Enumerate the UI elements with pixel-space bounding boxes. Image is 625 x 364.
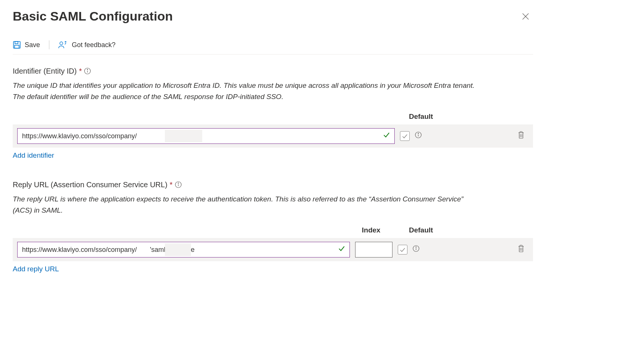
save-label: Save	[25, 40, 40, 50]
reply-url-input[interactable]	[17, 242, 350, 257]
add-reply-link[interactable]: Add reply URL	[13, 264, 59, 274]
svg-point-11	[418, 133, 419, 134]
info-icon[interactable]	[175, 181, 182, 188]
reply-default-checkbox[interactable]	[398, 245, 407, 255]
toolbar-divider	[49, 40, 49, 49]
feedback-label: Got feedback?	[72, 40, 116, 50]
check-icon	[399, 246, 406, 253]
add-identifier-link[interactable]: Add identifier	[13, 151, 54, 161]
reply-index-header: Index	[362, 225, 409, 235]
save-icon	[13, 41, 21, 49]
svg-point-5	[60, 42, 63, 45]
svg-rect-3	[15, 41, 18, 44]
valid-check-icon	[383, 131, 390, 141]
info-icon[interactable]	[84, 68, 91, 74]
svg-rect-4	[15, 45, 19, 48]
feedback-icon	[58, 41, 68, 49]
info-icon[interactable]	[413, 245, 419, 255]
close-icon	[522, 13, 529, 20]
required-indicator: *	[170, 179, 173, 190]
svg-point-8	[87, 69, 88, 70]
identifier-delete-button[interactable]	[517, 131, 525, 142]
identifier-input[interactable]	[17, 128, 395, 144]
identifier-label: Identifier (Entity ID)	[13, 66, 77, 76]
reply-label: Reply URL (Assertion Consumer Service UR…	[13, 179, 167, 190]
svg-point-17	[416, 247, 416, 247]
identifier-default-checkbox[interactable]	[400, 131, 410, 141]
feedback-button[interactable]: Got feedback?	[58, 40, 116, 50]
identifier-row	[13, 124, 533, 148]
identifier-default-header: Default	[409, 112, 439, 122]
check-icon	[401, 133, 408, 139]
trash-icon	[517, 131, 525, 139]
trash-icon	[517, 244, 525, 253]
identifier-description: The unique ID that identifies your appli…	[13, 80, 480, 103]
info-icon[interactable]	[415, 132, 422, 141]
reply-row	[13, 238, 533, 261]
identifier-section: Identifier (Entity ID) * The unique ID t…	[13, 66, 533, 161]
close-button[interactable]	[522, 13, 529, 20]
reply-index-input[interactable]	[355, 242, 392, 257]
required-indicator: *	[79, 66, 82, 76]
svg-point-14	[178, 183, 179, 183]
reply-default-header: Default	[409, 225, 439, 235]
save-button[interactable]: Save	[13, 40, 40, 50]
toolbar: Save Got feedback?	[13, 40, 533, 55]
reply-section: Reply URL (Assertion Consumer Service UR…	[13, 179, 533, 274]
valid-check-icon	[338, 245, 345, 255]
reply-description: The reply URL is where the application e…	[13, 194, 480, 216]
page-title: Basic SAML Configuration	[13, 7, 173, 25]
reply-delete-button[interactable]	[517, 244, 525, 255]
